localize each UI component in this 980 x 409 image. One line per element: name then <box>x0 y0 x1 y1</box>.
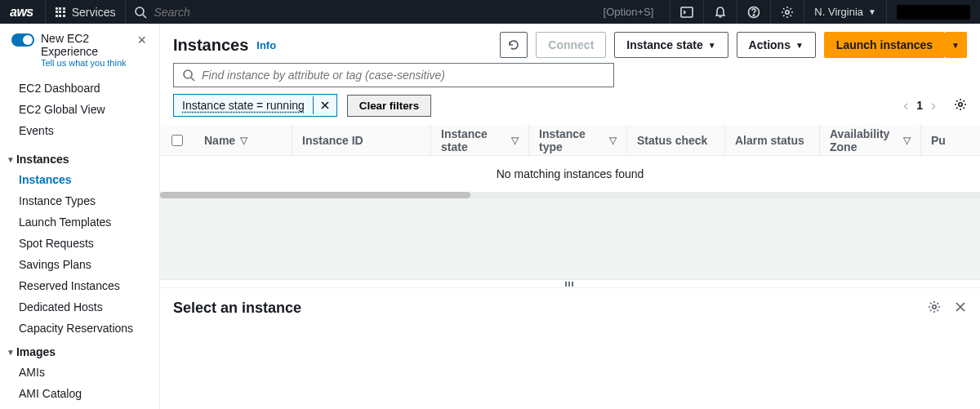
sort-icon: ▽ <box>240 135 247 146</box>
services-menu[interactable]: Services <box>45 0 126 24</box>
svg-point-4 <box>754 14 755 15</box>
split-panel-handle[interactable] <box>160 279 980 287</box>
refresh-button[interactable] <box>500 32 528 58</box>
table-preferences-button[interactable] <box>954 98 967 113</box>
actions-button[interactable]: Actions▼ <box>737 32 816 58</box>
sidebar: New EC2 Experience Tell us what you thin… <box>0 24 160 409</box>
bell-icon <box>714 6 727 19</box>
launch-instances-button[interactable]: Launch instances <box>824 32 945 58</box>
sidebar-item[interactable]: AMI Catalog <box>0 383 159 404</box>
svg-point-6 <box>184 70 192 78</box>
services-label: Services <box>72 6 116 19</box>
svg-point-8 <box>959 102 962 105</box>
gear-icon <box>954 98 967 111</box>
settings-button[interactable] <box>770 0 804 24</box>
sidebar-item[interactable]: Reserved Instances <box>0 275 159 296</box>
column-public[interactable]: Pu <box>921 125 954 155</box>
global-search[interactable]: [Option+S] <box>125 0 670 24</box>
region-selector[interactable]: N. Virginia▼ <box>804 0 886 24</box>
refresh-icon <box>507 38 520 51</box>
sort-icon: ▽ <box>609 135 617 146</box>
detail-close-button[interactable] <box>954 300 967 316</box>
search-icon <box>182 69 195 82</box>
filter-chip-label[interactable]: Instance state = running <box>174 95 313 116</box>
svg-point-5 <box>786 10 789 13</box>
column-instance-id[interactable]: Instance ID <box>292 125 431 155</box>
column-alarm-status[interactable]: Alarm status <box>725 125 820 155</box>
select-all-checkbox[interactable] <box>160 125 194 155</box>
instance-search-input[interactable] <box>202 69 605 82</box>
sidebar-item[interactable]: Dedicated Hosts <box>0 296 159 318</box>
help-icon <box>747 6 760 19</box>
account-name-redacted <box>897 5 970 20</box>
sidebar-item[interactable]: Savings Plans <box>0 254 159 275</box>
detail-panel-body <box>160 328 980 409</box>
horizontal-scrollbar[interactable] <box>160 192 980 198</box>
instance-search-box[interactable] <box>173 63 614 87</box>
sidebar-item[interactable]: Launch Templates <box>0 211 159 233</box>
column-availability-zone[interactable]: Availability Zone▽ <box>820 125 921 155</box>
svg-line-1 <box>143 15 146 18</box>
gear-icon <box>781 6 794 19</box>
search-shortcut-hint: [Option+S] <box>604 6 662 18</box>
sidebar-item[interactable]: Capacity Reservations <box>0 318 159 339</box>
detail-panel-title: Select an instance <box>173 300 301 317</box>
caret-down-icon: ▼ <box>868 7 876 16</box>
main-content: Instances Info Connect Instance state▼ A… <box>160 24 980 409</box>
aws-logo[interactable]: aws <box>0 5 45 20</box>
detail-panel-header: Select an instance <box>160 287 980 328</box>
info-link[interactable]: Info <box>256 39 276 51</box>
help-button[interactable] <box>737 0 770 24</box>
column-name[interactable]: Name▽ <box>194 125 292 155</box>
sidebar-item[interactable]: Instance Types <box>0 190 159 211</box>
column-instance-state[interactable]: Instance state▽ <box>431 125 529 155</box>
global-search-input[interactable] <box>154 6 603 19</box>
sidebar-item[interactable]: Spot Requests <box>0 233 159 254</box>
caret-down-icon: ▼ <box>708 41 716 50</box>
terminal-icon <box>680 6 693 19</box>
gear-icon <box>928 300 941 313</box>
filter-chip-remove[interactable] <box>313 96 336 114</box>
svg-point-0 <box>136 7 144 16</box>
svg-point-9 <box>933 305 936 309</box>
close-icon[interactable]: × <box>136 32 148 49</box>
svg-rect-2 <box>681 7 693 17</box>
pager-current: 1 <box>916 99 923 112</box>
caret-down-icon: ▼ <box>7 348 15 357</box>
sidebar-item[interactable]: AMIs <box>0 362 159 383</box>
page-title: Instances <box>173 36 248 55</box>
scrollbar-thumb[interactable] <box>160 192 470 198</box>
account-menu[interactable] <box>886 0 980 24</box>
top-nav: aws Services [Option+S] N. Virginia▼ <box>0 0 980 24</box>
filter-row: Instance state = running Clear filters ‹… <box>160 94 980 125</box>
new-experience-toggle[interactable] <box>11 33 34 47</box>
grip-icon <box>565 282 575 287</box>
search-icon <box>134 6 147 19</box>
column-status-check[interactable]: Status check <box>627 125 725 155</box>
sidebar-item[interactable]: EC2 Global View <box>0 99 159 120</box>
sort-icon: ▽ <box>903 135 911 146</box>
detail-preferences-button[interactable] <box>928 300 941 316</box>
sort-icon: ▽ <box>511 135 519 146</box>
instances-table: Name▽ Instance ID Instance state▽ Instan… <box>160 125 980 198</box>
new-experience-feedback-link[interactable]: Tell us what you think <box>41 58 129 68</box>
new-experience-title: New EC2 Experience <box>41 32 129 58</box>
sidebar-item[interactable]: EC2 Dashboard <box>0 78 159 99</box>
svg-line-7 <box>191 78 194 81</box>
clear-filters-button[interactable]: Clear filters <box>347 95 431 117</box>
notifications-button[interactable] <box>703 0 737 24</box>
launch-instances-dropdown[interactable]: ▼ <box>945 32 967 58</box>
page-header: Instances Info Connect Instance state▼ A… <box>160 24 980 63</box>
new-experience-banner: New EC2 Experience Tell us what you thin… <box>0 24 159 73</box>
cloudshell-button[interactable] <box>670 0 703 24</box>
caret-down-icon: ▼ <box>795 41 804 50</box>
close-icon <box>954 300 967 313</box>
sidebar-item[interactable]: Instances <box>0 169 159 190</box>
column-instance-type[interactable]: Instance type▽ <box>529 125 627 155</box>
table-empty-message: No matching instances found <box>160 156 980 192</box>
instance-state-button[interactable]: Instance state▼ <box>614 32 728 58</box>
sidebar-section-header[interactable]: ▼Instances <box>0 146 159 169</box>
sidebar-item[interactable]: Events <box>0 120 159 141</box>
caret-down-icon: ▼ <box>7 155 15 164</box>
sidebar-section-header[interactable]: ▼Images <box>0 339 159 362</box>
